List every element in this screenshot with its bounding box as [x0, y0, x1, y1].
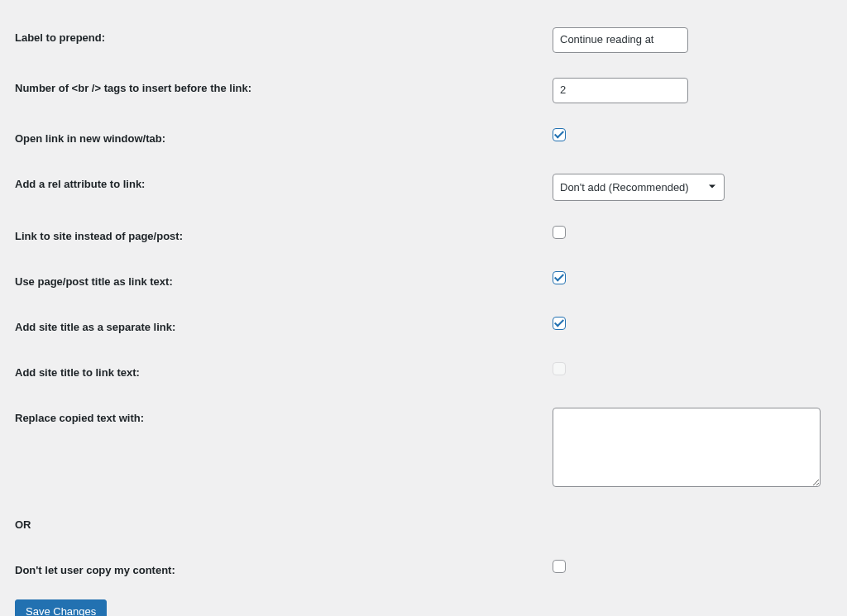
site-title-text-label: Add site title to link text:: [15, 350, 544, 395]
link-site-checkbox[interactable]: [553, 226, 566, 239]
replace-text-textarea[interactable]: [553, 408, 821, 487]
site-title-sep-checkbox[interactable]: [553, 317, 566, 330]
title-as-link-label: Use page/post title as link text:: [15, 259, 544, 304]
site-title-sep-label: Add site title as a separate link:: [15, 304, 544, 350]
title-as-link-checkbox[interactable]: [553, 271, 566, 284]
open-new-label: Open link in new window/tab:: [15, 116, 544, 161]
dont-copy-checkbox[interactable]: [553, 560, 566, 573]
replace-text-label: Replace copied text with:: [15, 395, 544, 502]
rel-attr-select[interactable]: Don't add (Recommended): [553, 174, 725, 201]
dont-copy-label: Don't let user copy my content:: [15, 547, 544, 593]
label-prepend-input[interactable]: [553, 27, 688, 53]
label-prepend-label: Label to prepend:: [15, 15, 544, 65]
rel-attr-label: Add a rel attribute to link:: [15, 161, 544, 213]
br-count-label: Number of <br /> tags to insert before t…: [15, 65, 544, 116]
open-new-checkbox[interactable]: [553, 128, 566, 141]
site-title-text-checkbox: [553, 362, 566, 375]
br-count-input[interactable]: [553, 78, 688, 103]
link-site-label: Link to site instead of page/post:: [15, 213, 544, 259]
or-label: OR: [15, 502, 544, 547]
save-button[interactable]: Save Changes: [15, 599, 107, 616]
